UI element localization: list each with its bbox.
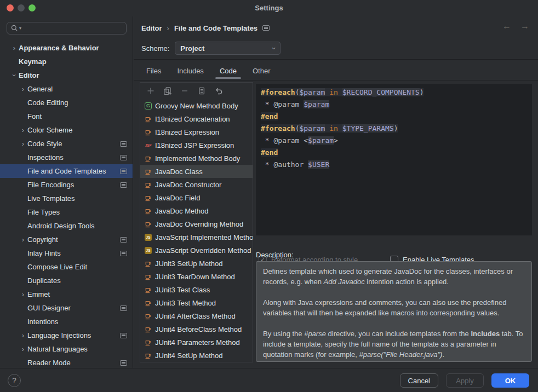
template-item-label: JUnit4 SetUp Method [155,351,223,360]
chevron-right-icon[interactable]: › [19,85,27,93]
template-item-javadoc-constructor[interactable]: JavaDoc Constructor [140,178,253,191]
tab-files[interactable]: Files [145,67,162,75]
sidebar-item-natural-languages[interactable]: ›Natural Languages [0,342,133,356]
template-item-groovy-new-method-body[interactable]: GGroovy New Method Body [140,99,253,112]
description-paragraph: Defines template which used to generate … [263,266,525,287]
java-template-icon [145,155,152,162]
template-item-i18nized-jsp-expression[interactable]: JSPI18nized JSP Expression [140,139,253,152]
javascript-template-icon: JS [145,247,152,254]
sidebar-item-editor[interactable]: ›Editor [0,68,133,82]
sidebar-item-emmet[interactable]: ›Emmet [0,287,133,301]
chevron-right-icon[interactable]: › [19,140,27,148]
ok-button[interactable]: OK [491,373,529,388]
forward-button[interactable]: → [520,21,529,31]
sidebar-item-reader-mode[interactable]: Reader Mode [0,356,133,368]
template-item-javascript-overridden-method[interactable]: JSJavaScript Overridden Method [140,244,253,257]
template-list-panel: GGroovy New Method BodyI18nized Concaten… [140,82,253,362]
sidebar-item-file-types[interactable]: File Types [0,205,133,219]
close-button[interactable] [7,4,14,11]
template-list: GGroovy New Method BodyI18nized Concaten… [140,99,253,362]
sidebar-item-duplicates[interactable]: Duplicates [0,274,133,287]
minus-icon [180,87,189,95]
sidebar-item-general[interactable]: ›General [0,82,133,96]
chevron-down-icon[interactable]: › [10,71,19,80]
zoom-button[interactable] [28,4,36,11]
sidebar-item-color-scheme[interactable]: ›Color Scheme [0,123,133,137]
tab-includes[interactable]: Includes [176,67,204,75]
sidebar-item-copyright[interactable]: ›Copyright [0,233,133,246]
sidebar-item-compose-live-edit[interactable]: Compose Live Edit [0,260,133,274]
sidebar-item-label: File Types [27,208,60,216]
copy-template-button[interactable] [163,87,172,95]
sidebar-item-file-and-code-templates[interactable]: File and Code Templates [0,164,133,178]
sidebar-item-android-design-tools[interactable]: Android Design Tools [0,219,133,233]
remove-template-button[interactable] [180,87,189,95]
minimize-button[interactable] [18,4,25,11]
sidebar-item-label: Appearance & Behavior [19,44,99,52]
chevron-right-icon[interactable]: › [19,235,27,244]
sidebar-item-inlay-hints[interactable]: Inlay Hints [0,246,133,260]
chevron-right-icon[interactable]: › [19,290,27,298]
sidebar-item-file-encodings[interactable]: File Encodings [0,178,133,192]
sidebar-item-intentions[interactable]: Intentions [0,315,133,328]
add-template-button[interactable] [146,87,155,95]
template-item-javascript-implemented-method[interactable]: JSJavaScript Implemented Method [140,230,253,244]
duplicate-template-button[interactable] [197,87,206,95]
sidebar-item-gui-designer[interactable]: GUI Designer [0,301,133,315]
sidebar-item-code-editing[interactable]: Code Editing [0,96,133,109]
template-item-junit3-test-class[interactable]: JUnit3 Test Class [140,283,253,296]
template-item-label: JavaDoc Class [155,168,203,176]
apply-button[interactable]: Apply [446,373,484,388]
template-item-junit4-beforeclass-method[interactable]: JUnit4 BeforeClass Method [140,322,253,336]
template-item-label: JUnit3 TearDown Method [155,273,235,281]
description-paragraph: By using the #parse directive, you can i… [263,328,525,360]
sidebar-item-inspections[interactable]: Inspections [0,151,133,164]
sidebar-item-label: Intentions [27,318,58,326]
template-item-javadoc-class[interactable]: JavaDoc Class [140,165,253,178]
tab-other[interactable]: Other [251,67,272,75]
search-field[interactable]: ▾ [7,22,127,34]
template-item-junit3-test-method[interactable]: JUnit3 Test Method [140,296,253,309]
template-item-javadoc-overriding-method[interactable]: JavaDoc Overriding Method [140,217,253,230]
back-button[interactable]: ← [502,21,511,31]
sidebar-item-live-templates[interactable]: Live Templates [0,192,133,205]
template-item-label: JUnit4 Parameters Method [155,338,240,347]
code-line: * @param <$param> [261,135,532,147]
template-item-javadoc-method[interactable]: JavaDoc Method [140,204,253,217]
chevron-right-icon[interactable]: › [10,44,19,52]
breadcrumb-item-editor[interactable]: Editor [141,24,162,32]
sidebar-item-keymap[interactable]: Keymap [0,55,133,68]
template-item-junit4-parameters-method[interactable]: JUnit4 Parameters Method [140,336,253,349]
sidebar-item-font[interactable]: Font [0,109,133,123]
breadcrumb: Editor › File and Code Templates [141,22,270,33]
groovy-template-icon: G [145,102,152,109]
sidebar-item-language-injections[interactable]: ›Language Injections [0,328,133,342]
template-item-i18nized-expression[interactable]: I18nized Expression [140,125,253,139]
search-input[interactable] [22,24,123,32]
template-item-junit4-afterclass-method[interactable]: JUnit4 AfterClass Method [140,309,253,322]
reset-template-button[interactable] [214,87,223,95]
sidebar-item-code-style[interactable]: ›Code Style [0,137,133,151]
breadcrumb-separator: › [167,24,169,32]
sidebar-item-label: File and Code Templates [27,167,106,175]
search-options-caret-icon[interactable]: ▾ [19,26,21,31]
in-editor-icon [120,237,127,243]
template-code-editor[interactable]: #foreach($param in $RECORD_COMPONENTS) *… [256,84,532,235]
template-item-junit3-setup-method[interactable]: JUnit3 SetUp Method [140,257,253,270]
tab-code[interactable]: Code [219,67,238,75]
chevron-right-icon[interactable]: › [19,345,27,353]
template-item-javadoc-field[interactable]: JavaDoc Field [140,191,253,204]
chevron-right-icon[interactable]: › [19,331,27,339]
scheme-select[interactable]: Project › [175,42,281,55]
template-item-label: I18nized Expression [155,128,219,136]
template-item-implemented-method-body[interactable]: Implemented Method Body [140,152,253,165]
cancel-button[interactable]: Cancel [400,373,438,388]
in-editor-icon [262,25,270,31]
sidebar-item-appearance-behavior[interactable]: ›Appearance & Behavior [0,41,133,55]
template-item-junit4-setup-method[interactable]: JUnit4 SetUp Method [140,349,253,362]
sidebar-item-label: Inlay Hints [27,249,61,257]
help-button[interactable]: ? [8,374,21,387]
template-item-i18nized-concatenation[interactable]: I18nized Concatenation [140,112,253,125]
chevron-right-icon[interactable]: › [19,126,27,134]
template-item-junit3-teardown-method[interactable]: JUnit3 TearDown Method [140,270,253,283]
